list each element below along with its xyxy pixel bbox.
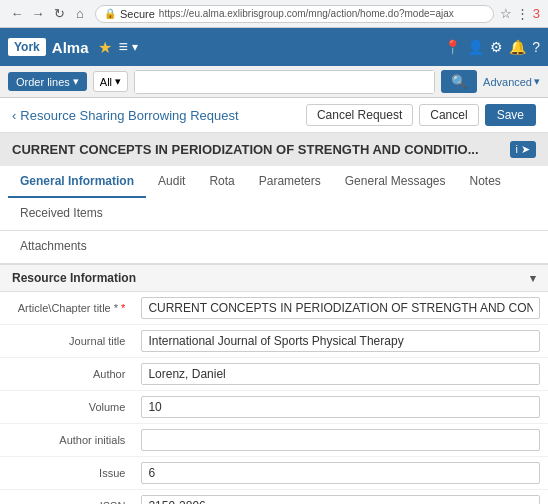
search-button[interactable]: 🔍 xyxy=(441,70,477,93)
field-value-cell xyxy=(133,292,548,325)
forward-button[interactable]: → xyxy=(29,5,47,23)
url-text: https://eu.alma.exlibrisgroup.com/mng/ac… xyxy=(159,8,454,19)
back-link[interactable]: ‹ Resource Sharing Borrowing Request xyxy=(12,108,239,123)
address-bar[interactable]: 🔒 Secure https://eu.alma.exlibrisgroup.c… xyxy=(95,5,494,23)
tab-audit[interactable]: Audit xyxy=(146,166,197,198)
advanced-link[interactable]: Advanced ▾ xyxy=(483,75,540,88)
menu-browser-icon[interactable]: ⋮ xyxy=(516,6,529,21)
york-logo: York xyxy=(8,38,46,56)
field-label: Article\Chapter title * xyxy=(0,292,133,325)
all-dropdown[interactable]: All ▾ xyxy=(93,71,128,92)
field-label: Journal title xyxy=(0,325,133,358)
favorites-icon[interactable]: ★ xyxy=(98,38,112,57)
alma-title: Alma xyxy=(52,39,89,56)
dropdown-caret-icon: ▾ xyxy=(73,75,79,88)
reload-button[interactable]: ↻ xyxy=(50,5,68,23)
cancel-button[interactable]: Cancel xyxy=(419,104,478,126)
page-header: ‹ Resource Sharing Borrowing Request Can… xyxy=(0,98,548,133)
field-label: ISSN xyxy=(0,490,133,505)
tab-received-items[interactable]: Received Items xyxy=(8,198,115,230)
section-label: Resource Information xyxy=(12,271,136,285)
table-row: Journal title xyxy=(0,325,548,358)
bell-icon[interactable]: 🔔 xyxy=(509,39,526,55)
notification-icon: 3 xyxy=(533,6,540,21)
save-button[interactable]: Save xyxy=(485,104,536,126)
form-table: Article\Chapter title *Journal titleAuth… xyxy=(0,292,548,504)
star-browser-icon[interactable]: ☆ xyxy=(500,6,512,21)
table-row: Issue xyxy=(0,457,548,490)
field-input[interactable] xyxy=(141,495,540,504)
search-input[interactable] xyxy=(135,71,434,93)
info-icon[interactable]: i ➤ xyxy=(510,141,537,158)
table-row: Volume xyxy=(0,391,548,424)
field-value-cell xyxy=(133,457,548,490)
table-row: Author xyxy=(0,358,548,391)
order-lines-button[interactable]: Order lines ▾ xyxy=(8,72,87,91)
advanced-arrow-icon: ▾ xyxy=(534,75,540,88)
alma-nav-icons: 📍 👤 ⚙ 🔔 ? xyxy=(444,39,540,55)
field-value-cell xyxy=(133,325,548,358)
tabs-row2: Attachments xyxy=(0,231,548,264)
tab-attachments[interactable]: Attachments xyxy=(8,231,99,263)
field-label: Volume xyxy=(0,391,133,424)
back-button[interactable]: ← xyxy=(8,5,26,23)
browser-nav-buttons: ← → ↻ ⌂ xyxy=(8,5,89,23)
tabs-row1: General InformationAuditRotaParametersGe… xyxy=(0,166,548,231)
settings-icon[interactable]: ⚙ xyxy=(490,39,503,55)
field-value-cell xyxy=(133,391,548,424)
back-chevron-icon: ‹ xyxy=(12,108,16,123)
table-row: Article\Chapter title * xyxy=(0,292,548,325)
tab-rota[interactable]: Rota xyxy=(197,166,246,198)
record-title: CURRENT CONCEPTS IN PERIODIZATION OF STR… xyxy=(12,142,479,157)
dropdown-arrow-icon[interactable]: ▾ xyxy=(132,40,138,54)
browser-bar: ← → ↻ ⌂ 🔒 Secure https://eu.alma.exlibri… xyxy=(0,0,548,28)
field-input[interactable] xyxy=(141,330,540,352)
person-icon[interactable]: 👤 xyxy=(467,39,484,55)
field-input[interactable] xyxy=(141,429,540,451)
field-value-cell xyxy=(133,358,548,391)
browser-icons: ☆ ⋮ 3 xyxy=(500,6,540,21)
tab-general-information[interactable]: General Information xyxy=(8,166,146,198)
content-area: Article\Chapter title *Journal titleAuth… xyxy=(0,292,548,504)
page-actions: Cancel Request Cancel Save xyxy=(306,104,536,126)
alma-nav-bar: York Alma ★ ≡ ▾ 📍 👤 ⚙ 🔔 ? xyxy=(0,28,548,66)
field-input[interactable] xyxy=(141,462,540,484)
hamburger-icon[interactable]: ≡ xyxy=(118,38,127,56)
help-icon[interactable]: ? xyxy=(532,39,540,55)
field-input[interactable] xyxy=(141,396,540,418)
field-value-cell xyxy=(133,490,548,505)
tab-general-messages[interactable]: General Messages xyxy=(333,166,458,198)
title-bar: CURRENT CONCEPTS IN PERIODIZATION OF STR… xyxy=(0,133,548,166)
section-header[interactable]: Resource Information ▾ xyxy=(0,264,548,292)
table-row: ISSN xyxy=(0,490,548,505)
tab-notes[interactable]: Notes xyxy=(458,166,513,198)
field-value-cell xyxy=(133,424,548,457)
lock-icon: 🔒 xyxy=(104,8,116,19)
all-dropdown-icon: ▾ xyxy=(115,75,121,88)
field-input[interactable] xyxy=(141,363,540,385)
tab-parameters[interactable]: Parameters xyxy=(247,166,333,198)
home-button[interactable]: ⌂ xyxy=(71,5,89,23)
search-input-area[interactable] xyxy=(134,70,435,94)
page-title: Resource Sharing Borrowing Request xyxy=(20,108,238,123)
field-label: Issue xyxy=(0,457,133,490)
table-row: Author initials xyxy=(0,424,548,457)
field-input[interactable] xyxy=(141,297,540,319)
secure-label: Secure xyxy=(120,8,155,20)
action-bar: Order lines ▾ All ▾ 🔍 Advanced ▾ xyxy=(0,66,548,98)
field-label: Author xyxy=(0,358,133,391)
cancel-request-button[interactable]: Cancel Request xyxy=(306,104,413,126)
section-chevron-icon: ▾ xyxy=(530,272,536,285)
field-label: Author initials xyxy=(0,424,133,457)
location-icon[interactable]: 📍 xyxy=(444,39,461,55)
